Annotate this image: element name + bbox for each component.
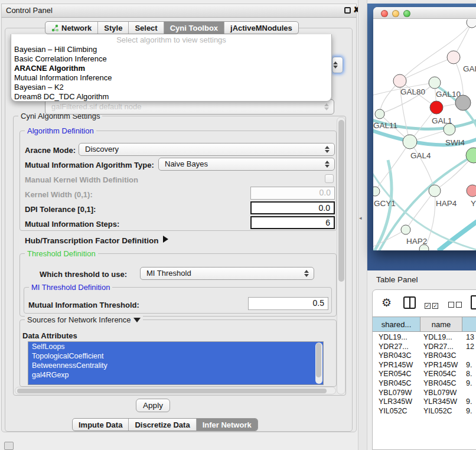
apply-button[interactable]: Apply: [136, 399, 170, 412]
gear-icon[interactable]: ⚙: [382, 296, 392, 309]
attribute-item-selfloops[interactable]: SelfLoops: [28, 342, 323, 351]
settings-horizontal-scrollbar[interactable]: [15, 387, 336, 394]
manual-kernel-checkbox[interactable]: [325, 174, 334, 183]
node-gcy1[interactable]: [373, 187, 380, 196]
column-header-shared-name[interactable]: shared...: [373, 317, 420, 331]
control-panel-titlebar[interactable]: [1, 4, 357, 18]
algorithm-option-aracne-algorithm[interactable]: ARACNE Algorithm: [11, 64, 331, 73]
table-cell: YBR045C: [379, 379, 412, 387]
aracne-mode-combo[interactable]: Discovery: [79, 143, 335, 156]
table-row[interactable]: YBL079WYBL079W: [373, 388, 476, 397]
tab-infer-network[interactable]: Infer Network: [196, 419, 257, 431]
table-cell: 9.: [466, 379, 472, 387]
hub-section-label[interactable]: Hub/Transcription Factor Definition: [25, 236, 159, 245]
tab-cyni-toolbox[interactable]: Cyni Toolbox: [164, 22, 224, 34]
algorithm-option-basic-correlation-inference[interactable]: Basic Correlation Inference: [11, 54, 331, 64]
node-big-green[interactable]: [466, 148, 476, 163]
deselect-all-checkboxes-icon[interactable]: [448, 299, 464, 310]
network-edge[interactable]: [438, 218, 476, 250]
sources-group-title[interactable]: Sources for Network Inference: [25, 315, 143, 324]
tab-jactivemnodules[interactable]: jActiveMNodules: [224, 22, 298, 34]
which-threshold-combo[interactable]: MI Threshold: [140, 267, 314, 280]
node-hap2[interactable]: [401, 225, 410, 234]
node-gal10[interactable]: [429, 77, 441, 89]
node-gal-partial[interactable]: [447, 51, 460, 64]
table-row[interactable]: YPR145WYPR145W9.: [373, 360, 476, 370]
algorithm-option-mutual-information-inference[interactable]: Mutual Information Inference: [11, 73, 331, 83]
columns-icon[interactable]: [403, 296, 416, 309]
table-row[interactable]: YER054CYER054C8.: [373, 369, 476, 379]
table-header: shared... name: [373, 317, 476, 332]
panel-divider[interactable]: [358, 0, 367, 450]
column-header-partial[interactable]: [462, 317, 476, 331]
network-window-titlebar[interactable]: [373, 7, 476, 19]
table-row[interactable]: YBR045CYBR045C9.: [373, 379, 476, 388]
column-header-name[interactable]: name: [420, 317, 462, 331]
table-row[interactable]: YDL19...YDL19...13: [373, 332, 476, 342]
data-attributes-list[interactable]: SelfLoopsTopologicalCoefficientBetweenne…: [28, 341, 324, 385]
algorithm-option-dream8-dc-tdc-algorithm[interactable]: Dream8 DC_TDC Algorithm: [11, 92, 331, 102]
divider-grip-icon[interactable]: ◂: [359, 215, 362, 221]
control-panel-tabbar: NetworkStyleSelectCyni ToolboxjActiveMNo…: [45, 21, 299, 34]
table-row[interactable]: YBR043CYBR043C: [373, 351, 476, 360]
tab-discretize-data[interactable]: Discretize Data: [128, 419, 195, 431]
node-gal80[interactable]: [393, 74, 406, 87]
zoom-traffic-light-icon[interactable]: [403, 10, 410, 17]
tab-label: Infer Network: [203, 420, 252, 429]
tab-impute-data[interactable]: Impute Data: [73, 419, 128, 431]
attribute-item-betweennesscentrality[interactable]: BetweennessCentrality: [28, 361, 323, 370]
table-cell: YER054C: [379, 370, 412, 378]
node-gal-partial-label: GAL: [463, 64, 476, 73]
collapsed-panel-button[interactable]: [4, 442, 14, 450]
table-cell: 9.: [466, 407, 472, 415]
algorithm-option-bayesian-k2[interactable]: Bayesian – K2: [11, 83, 331, 92]
tab-select[interactable]: Select: [128, 22, 163, 34]
tab-network[interactable]: Network: [45, 22, 97, 34]
minimize-traffic-light-icon[interactable]: [392, 10, 399, 17]
select-all-checkboxes-icon[interactable]: ✓✓: [425, 299, 440, 310]
algorithm-popup-prompt: Select algorithm to view settings: [11, 34, 331, 45]
network-edge[interactable]: [400, 57, 454, 81]
attribute-item-gal4rgexp[interactable]: gal4RGexp: [28, 370, 323, 380]
node-gal1[interactable]: [430, 101, 443, 114]
algorithm-popup: Select algorithm to view settings Bayesi…: [11, 34, 332, 102]
float-window-icon[interactable]: [344, 7, 351, 14]
network-edge[interactable]: [410, 142, 435, 191]
dpi-tolerance-label: DPI Tolerance [0,1]:: [25, 205, 96, 214]
close-traffic-light-icon[interactable]: [381, 10, 388, 17]
document-icon[interactable]: [471, 295, 476, 309]
node-salmon[interactable]: [467, 185, 476, 197]
network-window[interactable]: GALGAL80GAL10GAL1GAL11SWI4GAL4GCY1HAP4YH…: [373, 7, 476, 250]
settings-horizontal-scrollbar-thumb[interactable]: [17, 389, 327, 393]
mi-type-combo[interactable]: Naive Bayes: [158, 158, 335, 171]
attribute-item-partial[interactable]: [28, 380, 323, 385]
settings-vertical-scrollbar-thumb[interactable]: [338, 120, 344, 282]
node-swi4-label: SWI4: [445, 138, 465, 147]
list-scrollbar-thumb[interactable]: [316, 343, 321, 377]
algorithm-option-bayesian-hill-climbing[interactable]: Bayesian – Hill Climbing: [11, 45, 331, 54]
node-hap4[interactable]: [429, 185, 441, 197]
node-swi4[interactable]: [444, 123, 455, 135]
dpi-tolerance-field[interactable]: 0.0: [250, 201, 335, 214]
attribute-item-topologicalcoefficient[interactable]: TopologicalCoefficient: [28, 351, 323, 361]
table-row[interactable]: YIL052CYIL052C9.: [373, 406, 476, 415]
node-gal11[interactable]: [375, 109, 384, 119]
node-gray[interactable]: [455, 95, 471, 110]
inference-algorithm-combo-button[interactable]: [332, 57, 343, 73]
network-edge[interactable]: [400, 22, 472, 81]
kernel-width-field[interactable]: 0.0: [250, 187, 335, 200]
settings-vertical-scrollbar[interactable]: [337, 117, 345, 394]
table-row[interactable]: YLR345WYLR345W9.: [373, 397, 476, 406]
mi-threshold-field[interactable]: 0.5: [248, 297, 328, 310]
table-row[interactable]: YDR27...YDR27...12: [373, 342, 476, 351]
mi-steps-field[interactable]: 6: [250, 216, 335, 229]
expand-arrow-icon[interactable]: [163, 236, 168, 243]
table-cell: YBR045C: [423, 379, 457, 387]
tab-style[interactable]: Style: [97, 22, 128, 34]
list-scrollbar[interactable]: [315, 343, 322, 384]
node-gal4[interactable]: [403, 135, 417, 149]
node-gal10-label: GAL10: [436, 90, 461, 99]
network-canvas[interactable]: GALGAL80GAL10GAL1GAL11SWI4GAL4GCY1HAP4YH…: [373, 19, 476, 250]
table-cell: YER054C: [423, 370, 457, 378]
table-toolbar: ⚙ ✓✓: [373, 290, 476, 317]
